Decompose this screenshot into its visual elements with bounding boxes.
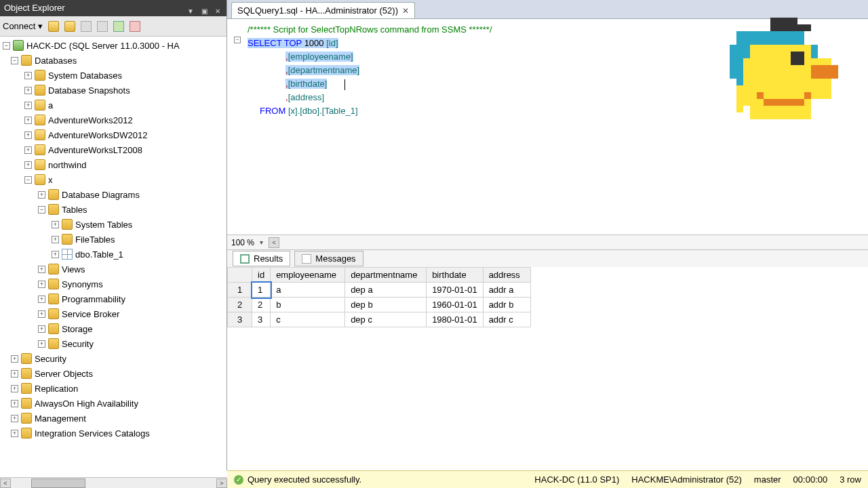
cell-dep[interactable]: dep c — [345, 312, 427, 327]
expand-icon[interactable]: + — [11, 385, 18, 392]
expand-icon[interactable]: − — [11, 57, 18, 64]
expand-icon[interactable]: + — [24, 72, 32, 79]
tree-isc[interactable]: Integration Services Catalogs — [35, 428, 150, 439]
cell-emp[interactable]: c — [271, 312, 345, 327]
tab-sqlquery1[interactable]: SQLQuery1.sql - HA...Administrator (52))… — [231, 2, 415, 18]
expand-icon[interactable]: − — [24, 176, 32, 184]
connect-dropdown[interactable]: Connect ▾ — [3, 21, 43, 31]
chevron-down-icon[interactable]: ▾ — [260, 239, 263, 246]
tree-alwayson[interactable]: AlwaysOn High Availability — [35, 399, 138, 409]
tab-messages[interactable]: Messages — [294, 251, 363, 266]
col-employeename[interactable]: employeename — [271, 268, 345, 283]
tree-dbo-table1[interactable]: dbo.Table_1 — [75, 249, 123, 260]
cell-addr[interactable]: addr a — [483, 283, 530, 298]
scroll-right-icon[interactable]: > — [216, 479, 227, 488]
scroll-thumb[interactable] — [31, 479, 85, 488]
cell-id[interactable]: 1 — [252, 283, 271, 298]
cell-addr[interactable]: addr c — [483, 312, 530, 327]
table-row[interactable]: 1 1 a dep a 1970-01-01 addr a — [228, 283, 531, 298]
expand-icon[interactable]: + — [38, 296, 45, 303]
tree-db-a[interactable]: a — [48, 100, 53, 110]
tree-synonyms[interactable]: Synonyms — [62, 279, 103, 289]
cell-emp[interactable]: a — [271, 283, 345, 298]
expand-icon[interactable]: + — [11, 415, 18, 422]
tree-db-aw2012[interactable]: AdventureWorks2012 — [48, 115, 133, 125]
expand-icon[interactable]: + — [24, 102, 32, 109]
explorer-hscrollbar[interactable]: < > — [0, 477, 227, 488]
col-departmentname[interactable]: departmentname — [345, 268, 427, 283]
toolbar-icon-6[interactable] — [130, 21, 140, 32]
tree-programmability[interactable]: Programmability — [62, 294, 125, 304]
tree-databases[interactable]: Databases — [35, 56, 77, 66]
cell-birth[interactable]: 1980-01-01 — [427, 312, 484, 327]
refresh-icon[interactable] — [113, 21, 124, 32]
tree-system-tables[interactable]: System Tables — [75, 220, 132, 230]
cell-emp[interactable]: b — [271, 298, 345, 312]
tree-service-broker[interactable]: Service Broker — [62, 309, 119, 319]
expand-icon[interactable]: + — [24, 117, 32, 124]
cell-birth[interactable]: 1970-01-01 — [427, 283, 484, 298]
expand-icon[interactable]: + — [24, 161, 32, 169]
col-rownum[interactable] — [228, 268, 252, 283]
toolbar-icon-3[interactable] — [81, 21, 92, 32]
pin-icon[interactable]: ▣ — [199, 3, 209, 13]
expand-icon[interactable]: + — [11, 355, 18, 363]
expand-icon[interactable]: + — [24, 146, 32, 154]
expand-icon[interactable]: + — [38, 266, 45, 273]
expand-icon[interactable]: + — [52, 221, 59, 228]
cell-id[interactable]: 3 — [252, 312, 271, 327]
filter-icon[interactable] — [97, 21, 108, 32]
tree-db-awdw2012[interactable]: AdventureWorksDW2012 — [48, 130, 147, 140]
tree-db-x[interactable]: x — [48, 175, 53, 185]
close-icon[interactable]: ✕ — [213, 3, 222, 13]
tree-filetables[interactable]: FileTables — [75, 235, 115, 245]
scroll-left-icon[interactable]: < — [269, 237, 279, 248]
dropdown-icon[interactable]: ▼ — [186, 3, 195, 13]
expand-icon[interactable]: − — [38, 206, 45, 214]
expand-icon[interactable]: + — [24, 131, 32, 139]
expand-icon[interactable]: + — [38, 281, 45, 288]
tree-replication[interactable]: Replication — [35, 384, 78, 394]
tree-db-snapshots[interactable]: Database Snapshots — [48, 85, 130, 96]
expand-icon[interactable]: + — [38, 310, 45, 318]
expand-icon[interactable]: + — [11, 430, 18, 437]
cell-dep[interactable]: dep a — [345, 283, 427, 298]
tab-results[interactable]: Results — [233, 251, 290, 266]
cell-addr[interactable]: addr b — [483, 298, 530, 312]
code-fold-icon[interactable]: − — [234, 37, 241, 43]
cell-birth[interactable]: 1960-01-01 — [427, 298, 484, 312]
tab-close-icon[interactable]: ✕ — [402, 6, 409, 16]
tree-db-diagrams[interactable]: Database Diagrams — [62, 190, 140, 200]
tree-security-inner[interactable]: Security — [62, 339, 94, 349]
toolbar-icon-1[interactable] — [48, 21, 59, 32]
expand-icon[interactable]: + — [11, 370, 18, 378]
expand-icon[interactable]: + — [38, 340, 45, 348]
tree-tables[interactable]: Tables — [62, 205, 87, 215]
tree-views[interactable]: Views — [62, 264, 85, 274]
table-row[interactable]: 2 2 b dep b 1960-01-01 addr b — [228, 298, 531, 312]
scroll-left-icon[interactable]: < — [0, 479, 11, 488]
toolbar-icon-2[interactable] — [64, 21, 75, 32]
expand-icon[interactable]: + — [52, 251, 59, 258]
expand-icon[interactable]: + — [38, 325, 45, 333]
results-grid[interactable]: id employeename departmentname birthdate… — [227, 267, 868, 470]
col-birthdate[interactable]: birthdate — [427, 268, 484, 283]
tree-storage[interactable]: Storage — [62, 324, 93, 334]
col-id[interactable]: id — [252, 268, 271, 283]
cell-dep[interactable]: dep b — [345, 298, 427, 312]
tree-db-awlt2008[interactable]: AdventureWorksLT2008 — [48, 145, 142, 155]
expand-icon[interactable]: + — [52, 236, 59, 243]
expand-icon[interactable]: + — [11, 400, 18, 407]
object-tree[interactable]: −HACK-DC (SQL Server 11.0.3000 - HA −Dat… — [0, 37, 226, 468]
tree-server-objects[interactable]: Server Objects — [35, 369, 93, 379]
tree-management[interactable]: Management — [35, 413, 86, 424]
expand-icon[interactable]: + — [38, 191, 45, 199]
tree-server[interactable]: HACK-DC (SQL Server 11.0.3000 - HA — [26, 41, 180, 51]
tree-security[interactable]: Security — [35, 354, 66, 364]
tree-system-databases[interactable]: System Databases — [48, 70, 122, 81]
expand-icon[interactable]: + — [24, 87, 32, 94]
col-address[interactable]: address — [483, 268, 530, 283]
cell-id[interactable]: 2 — [252, 298, 271, 312]
zoom-dropdown[interactable]: 100 % — [231, 238, 254, 247]
table-row[interactable]: 3 3 c dep c 1980-01-01 addr c — [228, 312, 531, 327]
